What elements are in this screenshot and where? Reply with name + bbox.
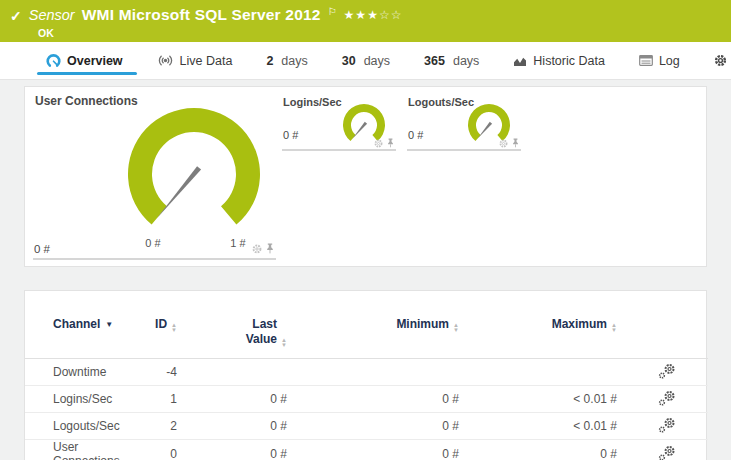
logins-gauge-title: Logins/Sec xyxy=(283,96,342,108)
tab-bar: Overview Live Data 2days 30days 365days … xyxy=(0,42,731,80)
channel-minimum: 0 # xyxy=(295,386,467,413)
tab-30-days[interactable]: 30days xyxy=(342,42,390,80)
tab-label: Log xyxy=(659,54,680,68)
gauge-needle xyxy=(157,166,201,218)
gauge-settings-gear-icon[interactable] xyxy=(252,243,262,257)
tab-live-data[interactable]: Live Data xyxy=(157,42,233,80)
historic-data-icon xyxy=(513,55,527,67)
channel-settings-gears-icon[interactable] xyxy=(658,363,676,382)
col-header-settings xyxy=(625,303,708,359)
tab-log[interactable]: Log xyxy=(639,42,680,80)
stars-empty[interactable]: ☆☆ xyxy=(379,8,403,22)
object-kind-label: Sensor xyxy=(29,7,75,23)
ok-check-icon: ✓ xyxy=(10,8,22,24)
channel-maximum: < 0.01 # xyxy=(467,386,625,413)
tab-number: 365 xyxy=(424,54,445,68)
channel-name: User Connections xyxy=(25,440,140,460)
tab-settings[interactable]: Settings xyxy=(714,42,731,80)
channel-maximum: < 0.01 # xyxy=(467,413,625,440)
logouts-gauge-value: 0 # xyxy=(408,129,423,141)
sort-desc-icon[interactable] xyxy=(105,320,113,329)
channels-panel: Channel ID Last Value Minimum Maximum Do… xyxy=(24,290,707,460)
status-badge: OK xyxy=(38,27,54,39)
primary-gauge-baseline xyxy=(33,258,276,260)
col-header-minimum[interactable]: Minimum xyxy=(295,303,467,359)
channel-minimum: 0 # xyxy=(295,413,467,440)
tab-number: 2 xyxy=(266,54,273,68)
live-data-icon xyxy=(157,54,174,67)
gauge-scale-min: 0 # xyxy=(133,237,173,249)
logins-gauge-value: 0 # xyxy=(283,129,298,141)
channel-last-value xyxy=(185,359,295,386)
gauge-pin-icon[interactable] xyxy=(266,243,274,257)
channel-settings-gears-icon[interactable] xyxy=(658,390,676,409)
gauges-panel: User Connections 0 # 1 # 0 # Logins/Sec … xyxy=(24,86,707,267)
col-header-last-value[interactable]: Last Value xyxy=(185,303,295,359)
table-row-downtime: Downtime -4 xyxy=(25,359,708,386)
tab-label: Historic Data xyxy=(533,54,605,68)
channel-name: Logouts/Sec xyxy=(25,413,140,440)
channel-name: Downtime xyxy=(25,359,140,386)
col-header-label: Last Value xyxy=(235,317,277,347)
gauge-needle xyxy=(477,122,492,139)
tab-overview[interactable]: Overview xyxy=(46,42,123,80)
sort-icon[interactable] xyxy=(453,323,459,333)
tab-number: 30 xyxy=(342,54,356,68)
settings-icon xyxy=(714,54,727,67)
tab-label: days xyxy=(453,54,479,68)
channel-minimum xyxy=(295,359,467,386)
channels-table: Channel ID Last Value Minimum Maximum Do… xyxy=(25,303,708,460)
gauge-corner-actions xyxy=(252,243,274,257)
channel-id: -4 xyxy=(140,359,185,386)
flag-icon[interactable]: ⚐ xyxy=(328,6,337,17)
tab-label: days xyxy=(281,54,307,68)
table-row-logins: Logins/Sec 1 0 # 0 # < 0.01 # xyxy=(25,386,708,413)
col-header-label: ID xyxy=(155,317,167,331)
col-header-id[interactable]: ID xyxy=(140,303,185,359)
log-icon xyxy=(639,55,653,66)
col-header-label: Maximum xyxy=(552,317,607,331)
user-connections-gauge xyxy=(119,94,269,236)
sensor-title: WMI Microsoft SQL Server 2012 xyxy=(82,6,321,24)
tab-label: Live Data xyxy=(180,54,233,68)
tab-label: days xyxy=(364,54,390,68)
tab-2-days[interactable]: 2days xyxy=(266,42,307,80)
channel-id: 0 xyxy=(140,440,185,460)
channel-last-value: 0 # xyxy=(185,440,295,460)
gauge-icon xyxy=(46,54,61,68)
table-row-logouts: Logouts/Sec 2 0 # 0 # < 0.01 # xyxy=(25,413,708,440)
priority-stars[interactable]: ★★★☆☆ xyxy=(344,8,403,22)
channel-name: Logins/Sec xyxy=(25,386,140,413)
col-header-label: Minimum xyxy=(396,317,449,331)
tab-label: Overview xyxy=(67,54,123,68)
tab-historic-data[interactable]: Historic Data xyxy=(513,42,605,80)
channel-last-value: 0 # xyxy=(185,386,295,413)
col-header-channel[interactable]: Channel xyxy=(25,303,140,359)
stars-filled[interactable]: ★★★ xyxy=(344,8,379,22)
channel-settings-gears-icon[interactable] xyxy=(658,445,676,460)
sort-icon[interactable] xyxy=(611,323,617,333)
sort-icon[interactable] xyxy=(171,323,177,333)
channel-maximum: 0 # xyxy=(467,440,625,460)
logouts-gauge-baseline xyxy=(407,149,521,151)
channel-id: 1 xyxy=(140,386,185,413)
channel-settings-gears-icon[interactable] xyxy=(658,417,676,436)
table-row-user-connections: User Connections 0 0 # 0 # 0 # xyxy=(25,440,708,460)
sensor-status-header: ✓ Sensor WMI Microsoft SQL Server 2012 ⚐… xyxy=(0,0,731,42)
channel-minimum: 0 # xyxy=(295,440,467,460)
primary-gauge-value: 0 # xyxy=(34,243,50,255)
channel-last-value: 0 # xyxy=(185,413,295,440)
gauge-needle xyxy=(352,122,367,139)
channel-maximum xyxy=(467,359,625,386)
col-header-label: Channel xyxy=(53,317,100,331)
col-header-maximum[interactable]: Maximum xyxy=(467,303,625,359)
tab-365-days[interactable]: 365days xyxy=(424,42,479,80)
sort-icon[interactable] xyxy=(281,338,287,348)
channel-id: 2 xyxy=(140,413,185,440)
logins-gauge-baseline xyxy=(282,149,396,151)
